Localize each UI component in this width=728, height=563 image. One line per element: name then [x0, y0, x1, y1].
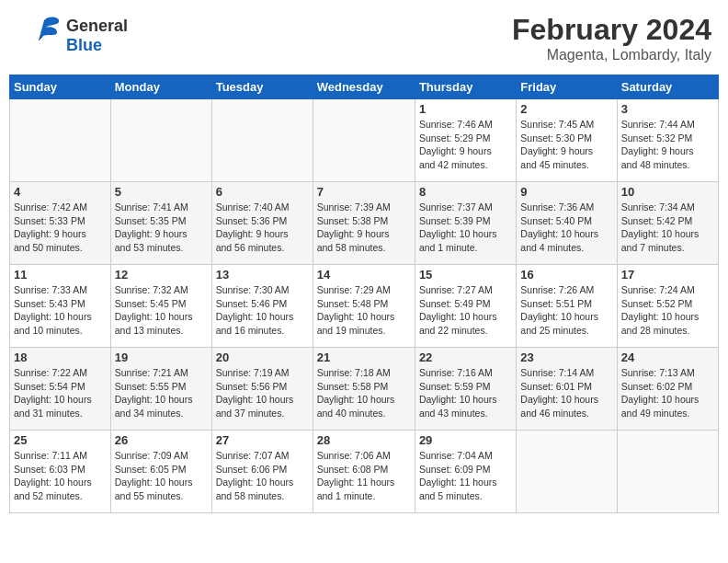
day-info: Sunrise: 7:14 AM Sunset: 6:01 PM Dayligh… — [520, 366, 612, 420]
day-info: Sunrise: 7:21 AM Sunset: 5:55 PM Dayligh… — [115, 366, 208, 420]
calendar-cell: 18Sunrise: 7:22 AM Sunset: 5:54 PM Dayli… — [10, 348, 111, 431]
location: Magenta, Lombardy, Italy — [512, 47, 711, 63]
logo: General Blue — [17, 13, 128, 58]
calendar-cell: 4Sunrise: 7:42 AM Sunset: 5:33 PM Daylig… — [10, 182, 111, 265]
calendar-cell: 12Sunrise: 7:32 AM Sunset: 5:45 PM Dayli… — [110, 265, 211, 348]
col-header-wednesday: Wednesday — [313, 75, 415, 99]
calendar-cell: 16Sunrise: 7:26 AM Sunset: 5:51 PM Dayli… — [517, 265, 617, 348]
title-area: February 2024 Magenta, Lombardy, Italy — [512, 13, 711, 63]
calendar-cell: 3Sunrise: 7:44 AM Sunset: 5:32 PM Daylig… — [617, 99, 718, 182]
day-info: Sunrise: 7:36 AM Sunset: 5:40 PM Dayligh… — [520, 201, 612, 255]
calendar-cell: 24Sunrise: 7:13 AM Sunset: 6:02 PM Dayli… — [617, 348, 718, 431]
day-info: Sunrise: 7:46 AM Sunset: 5:29 PM Dayligh… — [419, 118, 512, 172]
day-number: 27 — [216, 433, 309, 447]
day-number: 4 — [14, 185, 107, 199]
day-info: Sunrise: 7:37 AM Sunset: 5:39 PM Dayligh… — [419, 201, 512, 255]
calendar: SundayMondayTuesdayWednesdayThursdayFrid… — [9, 75, 719, 513]
day-number: 24 — [621, 350, 714, 364]
calendar-cell: 15Sunrise: 7:27 AM Sunset: 5:49 PM Dayli… — [415, 265, 516, 348]
day-number: 17 — [621, 268, 714, 282]
col-header-friday: Friday — [517, 75, 617, 99]
logo-text: General Blue — [66, 17, 128, 55]
logo-blue: Blue — [66, 36, 102, 54]
calendar-cell: 2Sunrise: 7:45 AM Sunset: 5:30 PM Daylig… — [517, 99, 617, 182]
day-number: 9 — [520, 185, 612, 199]
day-info: Sunrise: 7:44 AM Sunset: 5:32 PM Dayligh… — [621, 118, 714, 172]
day-info: Sunrise: 7:33 AM Sunset: 5:43 PM Dayligh… — [14, 283, 107, 338]
day-info: Sunrise: 7:41 AM Sunset: 5:35 PM Dayligh… — [115, 201, 208, 255]
calendar-cell — [110, 99, 211, 182]
day-info: Sunrise: 7:30 AM Sunset: 5:46 PM Dayligh… — [216, 283, 309, 338]
day-number: 13 — [216, 268, 309, 282]
day-info: Sunrise: 7:22 AM Sunset: 5:54 PM Dayligh… — [14, 366, 107, 420]
logo-icon — [17, 13, 63, 54]
day-info: Sunrise: 7:04 AM Sunset: 6:09 PM Dayligh… — [419, 449, 512, 503]
calendar-header-row: SundayMondayTuesdayWednesdayThursdayFrid… — [10, 75, 719, 99]
day-info: Sunrise: 7:42 AM Sunset: 5:33 PM Dayligh… — [14, 201, 107, 255]
month-year: February 2024 — [512, 13, 711, 47]
day-number: 20 — [216, 350, 309, 364]
day-info: Sunrise: 7:13 AM Sunset: 6:02 PM Dayligh… — [621, 366, 714, 420]
col-header-saturday: Saturday — [617, 75, 718, 99]
day-info: Sunrise: 7:07 AM Sunset: 6:06 PM Dayligh… — [216, 449, 309, 503]
day-number: 18 — [14, 350, 107, 364]
day-number: 8 — [419, 185, 512, 199]
day-info: Sunrise: 7:34 AM Sunset: 5:42 PM Dayligh… — [621, 201, 714, 255]
calendar-cell: 10Sunrise: 7:34 AM Sunset: 5:42 PM Dayli… — [617, 182, 718, 265]
day-info: Sunrise: 7:06 AM Sunset: 6:08 PM Dayligh… — [317, 449, 411, 503]
day-number: 2 — [520, 102, 612, 116]
calendar-cell: 19Sunrise: 7:21 AM Sunset: 5:55 PM Dayli… — [110, 348, 211, 431]
day-info: Sunrise: 7:27 AM Sunset: 5:49 PM Dayligh… — [419, 283, 512, 338]
header: General Blue February 2024 Magenta, Lomb… — [9, 9, 719, 67]
logo-general: General — [66, 17, 128, 35]
calendar-cell: 27Sunrise: 7:07 AM Sunset: 6:06 PM Dayli… — [211, 431, 313, 513]
col-header-tuesday: Tuesday — [211, 75, 313, 99]
day-number: 22 — [419, 350, 512, 364]
calendar-cell: 1Sunrise: 7:46 AM Sunset: 5:29 PM Daylig… — [415, 99, 516, 182]
day-number: 21 — [317, 350, 411, 364]
week-row-2: 11Sunrise: 7:33 AM Sunset: 5:43 PM Dayli… — [10, 265, 719, 348]
calendar-cell: 14Sunrise: 7:29 AM Sunset: 5:48 PM Dayli… — [313, 265, 415, 348]
week-row-0: 1Sunrise: 7:46 AM Sunset: 5:29 PM Daylig… — [10, 99, 719, 182]
day-number: 19 — [115, 350, 208, 364]
day-info: Sunrise: 7:40 AM Sunset: 5:36 PM Dayligh… — [216, 201, 309, 255]
day-number: 16 — [520, 268, 612, 282]
day-number: 15 — [419, 268, 512, 282]
calendar-cell: 29Sunrise: 7:04 AM Sunset: 6:09 PM Dayli… — [415, 431, 516, 513]
day-number: 25 — [14, 433, 107, 447]
day-number: 11 — [14, 268, 107, 282]
day-info: Sunrise: 7:24 AM Sunset: 5:52 PM Dayligh… — [621, 283, 714, 338]
day-info: Sunrise: 7:26 AM Sunset: 5:51 PM Dayligh… — [520, 283, 612, 338]
calendar-cell: 5Sunrise: 7:41 AM Sunset: 5:35 PM Daylig… — [110, 182, 211, 265]
calendar-cell: 22Sunrise: 7:16 AM Sunset: 5:59 PM Dayli… — [415, 348, 516, 431]
day-number: 1 — [419, 102, 512, 116]
calendar-cell: 17Sunrise: 7:24 AM Sunset: 5:52 PM Dayli… — [617, 265, 718, 348]
day-number: 10 — [621, 185, 714, 199]
day-number: 7 — [317, 185, 411, 199]
day-info: Sunrise: 7:19 AM Sunset: 5:56 PM Dayligh… — [216, 366, 309, 420]
day-number: 5 — [115, 185, 208, 199]
col-header-monday: Monday — [110, 75, 211, 99]
calendar-cell — [10, 99, 111, 182]
day-number: 14 — [317, 268, 411, 282]
calendar-cell: 21Sunrise: 7:18 AM Sunset: 5:58 PM Dayli… — [313, 348, 415, 431]
calendar-cell: 7Sunrise: 7:39 AM Sunset: 5:38 PM Daylig… — [313, 182, 415, 265]
calendar-cell: 8Sunrise: 7:37 AM Sunset: 5:39 PM Daylig… — [415, 182, 516, 265]
col-header-sunday: Sunday — [10, 75, 111, 99]
day-info: Sunrise: 7:16 AM Sunset: 5:59 PM Dayligh… — [419, 366, 512, 420]
day-number: 26 — [115, 433, 208, 447]
calendar-cell: 9Sunrise: 7:36 AM Sunset: 5:40 PM Daylig… — [517, 182, 617, 265]
week-row-3: 18Sunrise: 7:22 AM Sunset: 5:54 PM Dayli… — [10, 348, 719, 431]
calendar-cell: 25Sunrise: 7:11 AM Sunset: 6:03 PM Dayli… — [10, 431, 111, 513]
day-info: Sunrise: 7:32 AM Sunset: 5:45 PM Dayligh… — [115, 283, 208, 338]
day-number: 29 — [419, 433, 512, 447]
day-info: Sunrise: 7:39 AM Sunset: 5:38 PM Dayligh… — [317, 201, 411, 255]
calendar-cell — [517, 431, 617, 513]
calendar-cell — [211, 99, 313, 182]
calendar-cell: 20Sunrise: 7:19 AM Sunset: 5:56 PM Dayli… — [211, 348, 313, 431]
day-number: 6 — [216, 185, 309, 199]
day-info: Sunrise: 7:11 AM Sunset: 6:03 PM Dayligh… — [14, 449, 107, 503]
calendar-cell — [617, 431, 718, 513]
calendar-cell: 13Sunrise: 7:30 AM Sunset: 5:46 PM Dayli… — [211, 265, 313, 348]
day-info: Sunrise: 7:45 AM Sunset: 5:30 PM Dayligh… — [520, 118, 612, 172]
